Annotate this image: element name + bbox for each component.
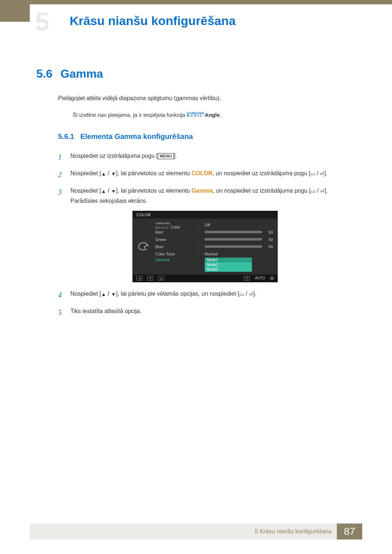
- step-text: Nospiediet uz izstrādājuma pogu [MENU].: [70, 151, 352, 163]
- value-number: 50: [265, 230, 273, 234]
- down-icon: ▼: [111, 170, 116, 178]
- samsung-magic-small: SAMSUNGMAGIC: [155, 222, 170, 229]
- text: ], lai pārvietotos uz elementu: [116, 170, 192, 176]
- up-icon: ▲: [101, 290, 106, 299]
- step-2: 2 Nospiediet [▲ / ▼], lai pārvietotos uz…: [58, 168, 352, 181]
- step-text: Nospiediet [▲ / ▼], lai pārvietotos uz e…: [70, 186, 352, 206]
- osd-footer-right: ⏎ AUTO ⏻: [244, 276, 274, 280]
- osd-value: Off: [205, 223, 273, 227]
- step-number: 2: [58, 168, 64, 181]
- auto-label: AUTO: [255, 276, 265, 280]
- up-icon: ▴: [158, 276, 164, 280]
- osd-value: 50: [205, 230, 273, 234]
- osd-category-icon: [133, 218, 154, 275]
- keyword-gamma: Gamma: [192, 188, 213, 194]
- source-icon: ▭: [311, 187, 315, 196]
- text: Nospiediet uz izstrādājuma pogu [: [70, 153, 158, 159]
- chapter-title: Krāsu nianšu konfigurēšana: [70, 14, 236, 28]
- value-text: Off: [205, 223, 210, 227]
- osd-panel: COLOR SAMSUNGMAGIC Color : Off: [132, 211, 278, 282]
- slider-bar: [205, 231, 262, 233]
- up-icon: ▲: [101, 170, 106, 178]
- label-text: Color: [171, 225, 180, 229]
- osd-title: COLOR: [133, 211, 277, 218]
- steps-list: 1 Nospiediet uz izstrādājuma pogu [MENU]…: [36, 151, 352, 319]
- osd-footer: ◂ ▾ ▴ ⏎ AUTO ⏻: [133, 275, 277, 282]
- value-number: 50: [265, 237, 273, 242]
- osd-label: Color Tone: [155, 252, 195, 256]
- colon: :: [198, 230, 202, 234]
- osd-label: SAMSUNGMAGIC Color: [155, 221, 195, 229]
- down-icon: ▼: [111, 187, 116, 196]
- source-icon: ▭: [310, 170, 315, 178]
- step-text: Nospiediet [▲ / ▼], lai pārietu pie vēla…: [70, 289, 352, 301]
- keyword-color: COLOR: [192, 170, 213, 176]
- osd-row-color-tone: Color Tone : Normal: [155, 250, 273, 258]
- down-icon: ▾: [147, 276, 153, 280]
- osd-value: 50: [205, 245, 273, 249]
- slider-bar: [205, 245, 262, 248]
- osd-footer-left: ◂ ▾ ▴: [136, 276, 164, 280]
- subsection-title: Elementa Gamma konfigurēšana: [80, 132, 193, 140]
- osd-row-red: Red : 50: [155, 229, 273, 236]
- note-post: Angle: [205, 112, 220, 118]
- text: ], lai pārietu pie vēlamās opcijas, un n…: [116, 291, 240, 297]
- page-content: 5.6 Gamma Pielāgojiet attēla vidējā diap…: [36, 67, 352, 324]
- value-number: 50: [265, 245, 273, 249]
- osd-row-green: Green : 50: [155, 236, 273, 243]
- osd-screenshot: COLOR SAMSUNGMAGIC Color : Off: [58, 211, 352, 282]
- text: Nospiediet [: [70, 188, 101, 194]
- step-text: Nospiediet [▲ / ▼], lai pārvietotos uz e…: [70, 168, 352, 181]
- dropdown-option: Mode2: [205, 262, 252, 267]
- enter-icon: ⏎: [320, 170, 324, 178]
- down-icon: ▼: [111, 290, 116, 299]
- step-number: 3: [58, 186, 64, 206]
- footer-chapter-label: 5 Krāsu nianšu konfigurēšana: [255, 528, 337, 535]
- step-number: 5: [58, 306, 64, 319]
- text: Nospiediet [: [70, 170, 101, 176]
- osd-label: Green: [155, 237, 195, 242]
- step-1: 1 Nospiediet uz izstrādājuma pogu [MENU]…: [58, 151, 352, 163]
- section-title: Gamma: [60, 67, 103, 81]
- section-number: 5.6: [36, 67, 52, 81]
- colon: :: [198, 258, 202, 262]
- footer-page-number: 87: [337, 524, 362, 539]
- step-3: 3 Nospiediet [▲ / ▼], lai pārvietotos uz…: [58, 186, 352, 206]
- text: ].: [324, 170, 327, 176]
- text: , un nospiediet uz izstrādājuma pogu [: [212, 170, 310, 176]
- osd-row-magic-color: SAMSUNGMAGIC Color : Off: [155, 221, 273, 229]
- left-icon: ◂: [136, 276, 142, 280]
- text: , un nospiediet uz izstrādājuma pogu [: [213, 188, 311, 194]
- osd-value: Normal: [205, 252, 273, 256]
- dropdown-option: Mode3: [205, 267, 252, 272]
- section-heading: 5.6 Gamma: [36, 67, 352, 81]
- step-number: 4: [58, 289, 64, 301]
- step-5: 5 Tiks iestatīta atlasītā opcija.: [58, 306, 352, 319]
- osd-body: SAMSUNGMAGIC Color : Off Red : 50: [133, 218, 277, 275]
- osd-value: 50: [205, 237, 273, 242]
- value-text: Normal: [205, 252, 217, 256]
- osd-label: Red: [155, 230, 195, 234]
- source-icon: ▭: [239, 290, 244, 299]
- osd-settings: SAMSUNGMAGIC Color : Off Red : 50: [154, 218, 277, 275]
- brand-top: SAMSUNG: [155, 222, 170, 225]
- palette-icon: [138, 242, 148, 250]
- section-intro: Pielāgojiet attēla vidējā diapazona spil…: [36, 95, 352, 102]
- osd-value: Mode1 Mode2 Mode3: [205, 258, 273, 272]
- text: Nospiediet [: [70, 291, 101, 297]
- note-pre: Šī izvēlne nav pieejama, ja ir iespējota…: [73, 112, 187, 118]
- step-text: Tiks iestatīta atlasītā opcija.: [70, 306, 352, 319]
- colon: :: [198, 223, 202, 227]
- page-footer: 5 Krāsu nianšu konfigurēšana 87: [30, 524, 362, 539]
- step-number: 1: [58, 151, 64, 163]
- osd-row-gamma: Gamma : Mode1 Mode2 Mode3: [155, 258, 273, 272]
- slider-bar: [205, 238, 262, 241]
- colon: :: [198, 252, 202, 256]
- side-accent: [0, 0, 30, 22]
- text: ].: [253, 291, 257, 297]
- samsung-magic-label: SAMSUNGMAGIC: [187, 112, 205, 117]
- top-accent: [30, 0, 392, 4]
- enter-icon: ⏎: [244, 276, 250, 280]
- osd-label: Blue: [155, 245, 195, 249]
- chapter-number-watermark: 5: [35, 7, 49, 36]
